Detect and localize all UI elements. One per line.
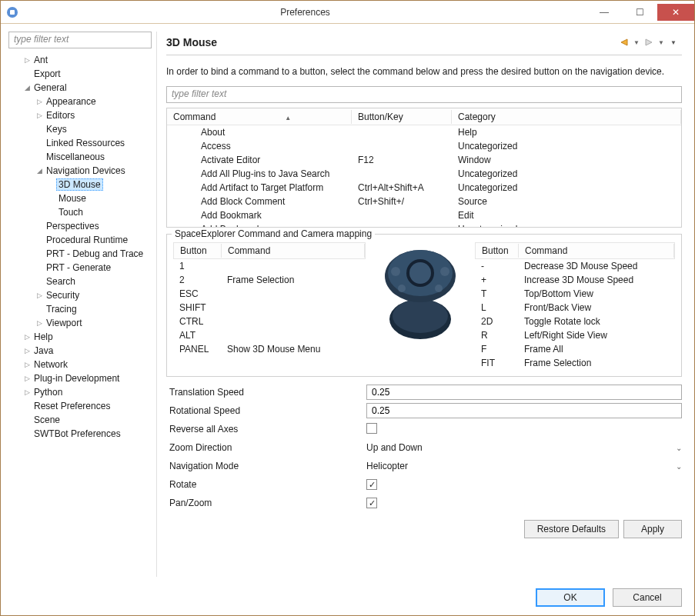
table-row[interactable]: Activate EditorF12Window	[167, 153, 681, 167]
table-row[interactable]: -Decrease 3D Mouse Speed	[475, 259, 675, 273]
table-row[interactable]: Add BookmarkEdit	[167, 208, 681, 222]
right-col-button[interactable]: Button	[476, 244, 519, 258]
maximize-button[interactable]: ☐	[622, 4, 657, 21]
table-row[interactable]: AccessUncategorized	[167, 139, 681, 153]
table-row[interactable]: Add Block CommentCtrl+Shift+/Source	[167, 195, 681, 208]
table-row[interactable]: Add BookmarkUncategorized	[167, 222, 681, 227]
tree-item[interactable]: ▷Security	[8, 288, 152, 302]
tree-item[interactable]: ▷Plug-in Development	[8, 371, 152, 385]
back-menu-icon[interactable]: ▼	[633, 37, 640, 48]
tree-item[interactable]: ▷Tracing	[8, 302, 152, 316]
table-row[interactable]: 1	[173, 259, 366, 273]
table-row[interactable]: AboutHelp	[167, 125, 681, 139]
minimize-button[interactable]: —	[586, 4, 622, 21]
cancel-button[interactable]: Cancel	[613, 588, 682, 607]
table-row[interactable]: 2DToggle Rotate lock	[475, 315, 675, 328]
rotational-speed-input[interactable]	[366, 403, 682, 418]
tree-item-label: Touch	[56, 207, 85, 218]
left-col-command[interactable]: Command	[222, 244, 365, 258]
tree-item[interactable]: ▷Linked Ressources	[8, 136, 152, 150]
close-button[interactable]: ✕	[657, 4, 694, 21]
sidebar-filter-input[interactable]: type filter text	[8, 32, 152, 48]
table-row[interactable]: SHIFT	[173, 301, 366, 315]
zoom-direction-select[interactable]: Up and Down	[366, 442, 676, 453]
forward-menu-icon[interactable]: ▼	[657, 37, 665, 48]
table-row[interactable]: FITFrame Selection	[475, 356, 675, 370]
table-row[interactable]: FFrame All	[475, 342, 675, 356]
restore-defaults-button[interactable]: Restore Defaults	[524, 520, 619, 538]
tree-item[interactable]: ▷Python	[8, 385, 152, 399]
tree-item[interactable]: ▷Appearance	[8, 95, 152, 108]
tree-item[interactable]: ▷Mouse	[8, 191, 152, 205]
tree-item[interactable]: ▷Keys	[8, 122, 152, 136]
tree-item[interactable]: ▷Export	[8, 67, 152, 81]
rotate-checkbox[interactable]: ✓	[366, 479, 377, 490]
expand-icon[interactable]: ▷	[35, 112, 44, 119]
reverse-axes-checkbox[interactable]	[366, 423, 377, 434]
table-row[interactable]: 2Frame Selection	[173, 273, 366, 287]
tree-item[interactable]: ▷3D Mouse	[8, 178, 152, 191]
tree-item-label: Mouse	[56, 193, 89, 204]
expand-icon[interactable]: ▷	[22, 347, 32, 355]
tree-item[interactable]: ▷PRT - Debug and Trace	[8, 247, 152, 261]
table-row[interactable]: +Increase 3D Mouse Speed	[475, 273, 675, 287]
panzoom-checkbox[interactable]: ✓	[366, 498, 377, 508]
ok-button[interactable]: OK	[536, 588, 605, 607]
translation-speed-label: Translation Speed	[166, 387, 366, 398]
back-icon[interactable]	[616, 37, 633, 48]
table-row[interactable]: ALT	[173, 328, 366, 342]
device-image	[370, 242, 470, 342]
tree-item[interactable]: ▷Network	[8, 358, 152, 371]
tree-item[interactable]: ▷Procedural Runtime	[8, 233, 152, 247]
right-col-command[interactable]: Command	[519, 244, 674, 258]
tree-item-label: Security	[44, 290, 82, 301]
expand-icon[interactable]: ▷	[35, 98, 44, 105]
navigation-mode-select[interactable]: Helicopter	[366, 461, 676, 471]
preferences-tree[interactable]: ▷Ant▷Export◢General▷Appearance▷Editors▷K…	[8, 52, 152, 577]
table-row[interactable]: Add Artifact to Target PlatformCtrl+Alt+…	[167, 181, 681, 195]
expand-icon[interactable]: ▷	[22, 333, 32, 341]
tree-item[interactable]: ▷PRT - Generate	[8, 261, 152, 275]
expand-icon[interactable]: ▷	[22, 388, 32, 396]
expand-icon[interactable]: ◢	[22, 84, 32, 92]
tree-item[interactable]: ◢General	[8, 81, 152, 95]
col-category[interactable]: Category	[452, 110, 681, 124]
tree-item[interactable]: ▷Ant	[8, 53, 152, 67]
tree-item[interactable]: ▷Search	[8, 275, 152, 288]
tree-item[interactable]: ◢Navigation Devices	[8, 164, 152, 178]
tree-item[interactable]: ▷Help	[8, 330, 152, 344]
tree-item[interactable]: ▷Editors	[8, 108, 152, 122]
command-filter-input[interactable]: type filter text	[166, 86, 682, 103]
table-row[interactable]: Add All Plug-ins to Java SearchUncategor…	[167, 167, 681, 181]
expand-icon[interactable]: ▷	[22, 375, 32, 382]
expand-icon[interactable]: ◢	[35, 167, 44, 175]
translation-speed-input[interactable]	[366, 385, 682, 400]
tree-item[interactable]: ▷Miscellaneous	[8, 150, 152, 164]
tree-item[interactable]: ▷Reset Preferences	[8, 399, 152, 413]
table-row[interactable]: CTRL	[173, 315, 366, 328]
tree-item-label: Python	[32, 387, 65, 398]
tree-item[interactable]: ▷Java	[8, 344, 152, 358]
tree-item-label: Plug-in Development	[32, 373, 122, 384]
tree-item[interactable]: ▷SWTBot Preferences	[8, 427, 152, 441]
forward-icon[interactable]	[640, 37, 657, 48]
tree-item[interactable]: ▷Touch	[8, 205, 152, 219]
table-row[interactable]: RLeft/Right Side View	[475, 328, 675, 342]
expand-icon[interactable]: ▷	[22, 56, 32, 64]
tree-item[interactable]: ▷Scene	[8, 413, 152, 427]
expand-icon[interactable]: ▷	[35, 319, 44, 327]
expand-icon[interactable]: ▷	[35, 291, 44, 299]
tree-item[interactable]: ▷Viewport	[8, 316, 152, 330]
apply-button[interactable]: Apply	[623, 520, 682, 538]
expand-icon[interactable]: ▷	[22, 361, 32, 368]
left-col-button[interactable]: Button	[174, 244, 222, 258]
col-command[interactable]: Command▲	[167, 110, 352, 124]
table-row[interactable]: ESC	[173, 287, 366, 301]
view-menu-icon[interactable]: ▼	[665, 37, 682, 48]
col-buttonkey[interactable]: Button/Key	[352, 110, 452, 124]
tree-item[interactable]: ▷Perspectives	[8, 219, 152, 233]
table-row[interactable]: TTop/Bottom View	[475, 287, 675, 301]
tree-item-label: Help	[32, 331, 55, 342]
table-row[interactable]: LFront/Back View	[475, 301, 675, 315]
table-row[interactable]: PANELShow 3D Mouse Menu	[173, 342, 366, 356]
